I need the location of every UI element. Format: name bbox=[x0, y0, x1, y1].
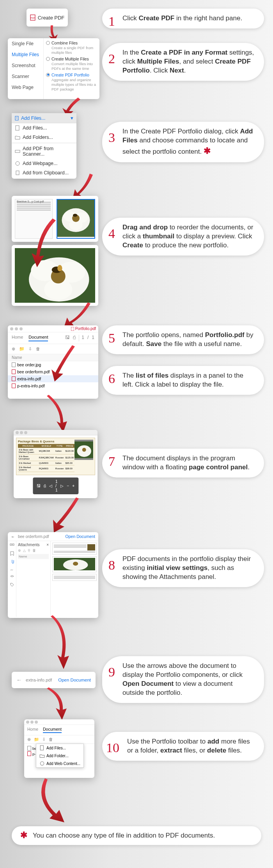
file-row[interactable]: p-extra-info.pdf bbox=[8, 382, 98, 389]
menu-add-webpage[interactable]: Add Webpage... bbox=[12, 159, 76, 168]
page-control-panel[interactable]: 🖫 ⎙ ◁ 1 / 1 ▷ − + bbox=[33, 477, 78, 494]
svg-point-32 bbox=[73, 562, 78, 566]
filename: extra-info.pdf bbox=[26, 678, 52, 682]
jpg-icon bbox=[27, 746, 31, 751]
save-icon[interactable]: 🖫 bbox=[65, 335, 70, 341]
add-icon[interactable]: ⊕ bbox=[12, 346, 15, 351]
arrow-left-icon[interactable]: ← bbox=[16, 677, 22, 683]
tab-scanner[interactable]: Scanner bbox=[8, 71, 43, 82]
tab-single-file[interactable]: Single File bbox=[8, 38, 43, 49]
save-icon[interactable]: 🖫 bbox=[37, 484, 41, 488]
pdf-icon bbox=[27, 751, 31, 756]
file-row[interactable]: bee order.jpg bbox=[8, 361, 98, 368]
menu-add-files[interactable]: Add Files... bbox=[12, 123, 76, 133]
bookmark-icon[interactable] bbox=[10, 551, 14, 556]
step-number: 4 bbox=[108, 225, 115, 243]
att-header: Name bbox=[18, 554, 49, 559]
step-number: 2 bbox=[108, 50, 115, 68]
thumbnails-icon[interactable] bbox=[10, 543, 14, 548]
dd-add-files[interactable]: Add Files... bbox=[36, 744, 83, 752]
prev-icon[interactable]: ◁ bbox=[49, 484, 52, 488]
signature-icon[interactable] bbox=[10, 567, 14, 572]
tab-home[interactable]: Home bbox=[12, 335, 23, 341]
page-input[interactable]: 1 bbox=[79, 335, 84, 341]
tab-webpage[interactable]: Web Page bbox=[8, 82, 43, 93]
arrow-left-icon[interactable]: ← bbox=[11, 534, 15, 539]
tab-document[interactable]: Document bbox=[28, 335, 48, 341]
svg-rect-23 bbox=[71, 327, 74, 331]
folder-icon[interactable]: 📁 bbox=[19, 346, 25, 351]
create-pdf-button[interactable]: PDF Create PDF bbox=[27, 9, 68, 27]
svg-text:+: + bbox=[16, 117, 18, 119]
dd-add-web[interactable]: Add Web Content... bbox=[36, 760, 83, 767]
tag-icon[interactable] bbox=[10, 582, 14, 587]
clipboard-icon bbox=[15, 170, 20, 176]
zoom-out-icon[interactable]: − bbox=[67, 484, 69, 488]
print-icon[interactable]: ⎙ bbox=[44, 484, 46, 488]
step-8: 8 PDF documents in the portfolio display… bbox=[102, 549, 264, 587]
svg-point-6 bbox=[16, 162, 20, 165]
next-icon[interactable]: ▷ bbox=[60, 484, 64, 488]
opt-portfolio[interactable]: Create PDF PortfolioAggregate and organi… bbox=[46, 73, 97, 92]
footnote-ref: ✱ bbox=[204, 146, 211, 156]
extract-icon[interactable]: ⇩ bbox=[28, 346, 32, 351]
zoom-in-icon[interactable]: + bbox=[72, 484, 74, 488]
file-icon bbox=[15, 125, 20, 131]
footnote: ✱ You can choose any type of file in add… bbox=[12, 826, 261, 845]
menu-add-clipboard[interactable]: Add from Clipboard... bbox=[12, 168, 76, 178]
attachment-icon[interactable] bbox=[10, 559, 14, 564]
thumbnail[interactable]: Beehive S...y Cost.pdf bbox=[15, 199, 53, 239]
pdf-icon bbox=[12, 369, 16, 374]
arrow-icon bbox=[31, 776, 86, 827]
svg-point-22 bbox=[57, 265, 62, 271]
step-number: 5 bbox=[108, 329, 115, 347]
svg-rect-29 bbox=[87, 544, 95, 550]
trash-icon[interactable]: 🗑 bbox=[49, 737, 53, 742]
layers-icon[interactable] bbox=[10, 575, 14, 579]
portfolio-toolbar: Home Document ⊕ 📁 ⇩ 🗑 bee order.jpg p-ex… bbox=[24, 719, 94, 778]
list-header: Name bbox=[8, 354, 98, 361]
open-document-link[interactable]: Open Document bbox=[66, 534, 95, 539]
table-row: 3 lb Bees UnmarkedRJMQ3BCNMRussian$125.0… bbox=[18, 454, 74, 461]
pdf-icon: PDF bbox=[30, 14, 35, 21]
svg-point-34 bbox=[40, 761, 44, 765]
add-icon[interactable]: ⊕ bbox=[27, 737, 31, 742]
print-icon[interactable]: ⎙ bbox=[73, 335, 76, 341]
file-row[interactable]: bee orderform.pdf bbox=[8, 368, 98, 375]
open-document-link[interactable]: Open Document bbox=[58, 678, 91, 682]
step-9: 9 Use the arrows above the document to d… bbox=[102, 656, 264, 703]
doc-title: Package Bees & Queens bbox=[18, 440, 74, 443]
svg-rect-33 bbox=[40, 746, 43, 750]
add-files-header[interactable]: + Add Files... ▾ bbox=[12, 113, 76, 123]
format-settings-panel: Single File Multiple Files Screenshot Sc… bbox=[8, 38, 99, 99]
preview-panel bbox=[12, 245, 98, 306]
menu-add-folders[interactable]: Add Folders... bbox=[12, 133, 76, 142]
package-table: PACKAGEMODEL#TYPEPRICE 3 lb Bees with Ma… bbox=[18, 444, 74, 472]
svg-point-26 bbox=[82, 448, 86, 452]
tab-screenshot[interactable]: Screenshot bbox=[8, 60, 43, 71]
dd-add-folder[interactable]: Add Folder... bbox=[36, 752, 83, 760]
tab-document[interactable]: Document bbox=[43, 727, 62, 733]
thumbnail-panel: Beehive S...y Cost.pdf bee... bbox=[12, 196, 98, 242]
tab-multiple-files[interactable]: Multiple Files bbox=[8, 49, 43, 60]
menu-add-scanner[interactable]: Add PDF from Scanner... bbox=[12, 144, 76, 159]
folder-icon[interactable]: 📁 bbox=[34, 737, 39, 742]
tab-home[interactable]: Home bbox=[27, 727, 38, 733]
extract-icon[interactable]: ⇩ bbox=[42, 737, 46, 742]
star-icon: ✱ bbox=[20, 830, 27, 840]
thumbnail-selected[interactable]: bee... bbox=[57, 199, 95, 239]
table-row: 3 lb Marked QueensRQM003Russian$38.00 bbox=[18, 465, 74, 472]
file-row[interactable]: extra-info.pdf bbox=[8, 375, 98, 382]
step-2: 2 In the Create a PDF in any Format sett… bbox=[102, 43, 264, 81]
doc-preview bbox=[51, 541, 98, 617]
attachments-title: Attachments bbox=[18, 543, 40, 547]
close-icon[interactable]: × bbox=[46, 543, 49, 547]
opt-multiple[interactable]: Create Multiple FilesConvert multiple fi… bbox=[46, 57, 97, 71]
trash-icon[interactable]: 🗑 bbox=[36, 346, 40, 351]
folder-icon bbox=[15, 135, 20, 140]
folder-icon bbox=[39, 753, 45, 758]
chevron-down-icon: ▾ bbox=[71, 115, 73, 121]
scanner-icon bbox=[15, 149, 20, 154]
opt-combine[interactable]: Combine FilesCreate a single PDF from mu… bbox=[46, 41, 97, 55]
svg-rect-5 bbox=[15, 150, 20, 153]
